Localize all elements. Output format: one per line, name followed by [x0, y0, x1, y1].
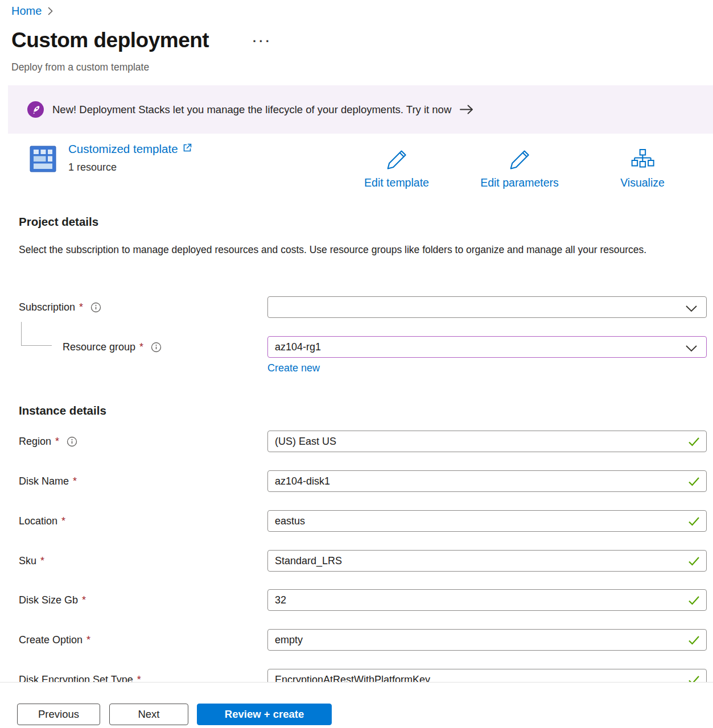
- edit-template-label: Edit template: [364, 176, 429, 189]
- edit-parameters-label: Edit parameters: [480, 176, 559, 189]
- chevron-right-icon: [47, 6, 53, 16]
- subscription-select[interactable]: [267, 296, 707, 318]
- required-asterisk: *: [40, 555, 44, 567]
- breadcrumb: Home: [11, 5, 53, 18]
- arrow-right-icon: [459, 104, 475, 115]
- location-input[interactable]: [267, 510, 707, 532]
- deployment-stacks-banner[interactable]: New! Deployment Stacks let you manage th…: [8, 85, 713, 134]
- disk-size-input[interactable]: [267, 589, 707, 611]
- sku-input[interactable]: [267, 550, 707, 572]
- chevron-down-icon: [685, 304, 698, 315]
- edit-template-button[interactable]: Edit template: [364, 148, 429, 189]
- location-label: Location *: [19, 515, 65, 527]
- disk-name-label: Disk Name *: [19, 475, 77, 487]
- create-new-link[interactable]: Create new: [267, 362, 320, 374]
- project-details-heading: Project details: [19, 215, 98, 229]
- info-icon[interactable]: [90, 302, 101, 313]
- create-option-input[interactable]: [267, 629, 707, 651]
- instance-details-heading: Instance details: [19, 404, 106, 417]
- valid-check-icon: [688, 516, 700, 528]
- sku-label: Sku *: [19, 555, 44, 567]
- disk-size-label: Disk Size Gb *: [19, 594, 86, 606]
- resource-group-select[interactable]: az104-rg1: [267, 336, 707, 358]
- wizard-footer: Previous Next Review + create: [0, 682, 713, 728]
- resource-group-value: az104-rg1: [275, 341, 321, 353]
- previous-button[interactable]: Previous: [17, 704, 100, 725]
- more-options-icon[interactable]: ···: [253, 34, 272, 49]
- page-subtitle: Deploy from a custom template: [11, 61, 149, 73]
- pencil-icon: [385, 148, 409, 174]
- connector-line: [21, 345, 52, 346]
- valid-check-icon: [688, 437, 700, 449]
- pencil-icon: [508, 148, 531, 174]
- region-input[interactable]: [267, 431, 707, 452]
- required-asterisk: *: [73, 475, 77, 487]
- required-asterisk: *: [55, 436, 59, 448]
- valid-check-icon: [688, 477, 700, 489]
- valid-check-icon: [688, 556, 700, 568]
- visualize-label: Visualize: [620, 176, 665, 189]
- required-asterisk: *: [82, 594, 86, 606]
- external-link-icon: [182, 143, 192, 155]
- rocket-icon: [27, 101, 44, 118]
- resource-count: 1 resource: [68, 162, 117, 173]
- chevron-down-icon: [685, 344, 698, 354]
- info-icon[interactable]: [67, 436, 77, 447]
- banner-message[interactable]: New! Deployment Stacks let you manage th…: [52, 104, 451, 116]
- org-chart-icon: [630, 148, 654, 174]
- required-asterisk: *: [139, 341, 143, 353]
- valid-check-icon: [688, 635, 700, 647]
- disk-name-input[interactable]: [267, 470, 707, 492]
- next-button[interactable]: Next: [109, 704, 188, 725]
- page-title: Custom deployment: [11, 28, 209, 52]
- connector-line: [21, 322, 22, 346]
- required-asterisk: *: [79, 301, 83, 313]
- edit-parameters-button[interactable]: Edit parameters: [480, 148, 559, 189]
- breadcrumb-home-link[interactable]: Home: [11, 5, 42, 18]
- visualize-button[interactable]: Visualize: [620, 148, 665, 189]
- resource-group-label: Resource group *: [63, 341, 162, 353]
- region-label: Region *: [19, 436, 77, 448]
- valid-check-icon: [688, 595, 700, 607]
- custom-deployment-page: Home Custom deployment ··· Deploy from a…: [0, 0, 713, 728]
- customized-template-link[interactable]: Customized template: [68, 142, 178, 156]
- required-asterisk: *: [86, 634, 90, 646]
- subscription-label: Subscription *: [19, 301, 101, 313]
- project-details-description: Select the subscription to manage deploy…: [19, 241, 673, 259]
- review-create-button[interactable]: Review + create: [197, 704, 332, 725]
- create-option-label: Create Option *: [19, 634, 90, 646]
- required-asterisk: *: [61, 515, 65, 527]
- info-icon[interactable]: [151, 342, 162, 353]
- template-icon: [30, 146, 56, 175]
